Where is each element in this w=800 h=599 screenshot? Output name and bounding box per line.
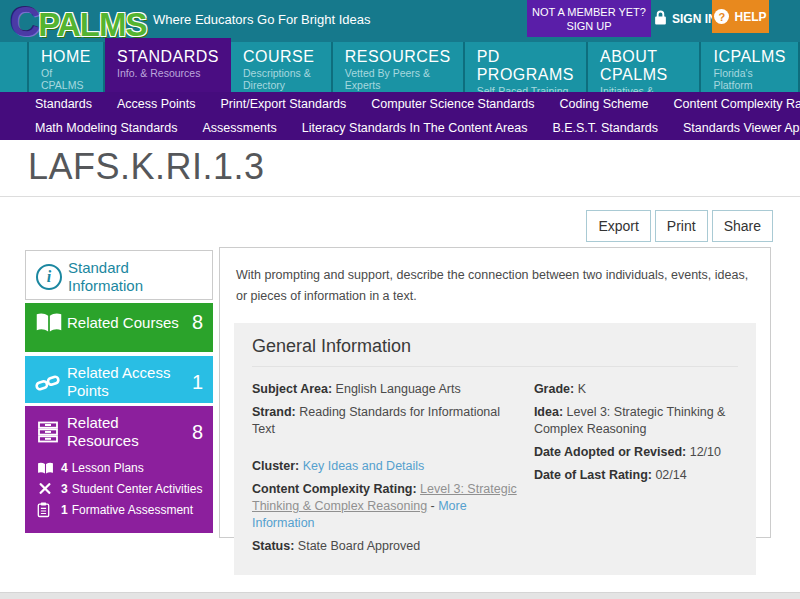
tab-standards-subtitle: Info. & Resources — [117, 67, 219, 79]
related-courses-label: Related Courses — [67, 314, 188, 332]
formative-assessment-count: 1 — [61, 503, 68, 517]
standards-subnav: Standards Access Points Print/Export Sta… — [0, 92, 800, 140]
subnav-standards[interactable]: Standards — [35, 97, 92, 111]
sidebar-item-student-center-activities[interactable]: 3 Student Center Activities — [25, 478, 213, 499]
question-icon: ? — [714, 9, 729, 24]
related-resources-count: 8 — [188, 421, 203, 444]
cpalms-standard-page: Where Educators Go For Bright Ideas NOT … — [0, 0, 800, 599]
cluster-link[interactable]: Key Ideas and Details — [303, 459, 425, 473]
subnav-content-complexity-rating[interactable]: Content Complexity Rating — [674, 97, 800, 111]
standard-description: With prompting and support, describe the… — [220, 248, 770, 317]
status-field: Status: State Board Approved — [252, 538, 524, 555]
grade-label: Grade: — [534, 382, 574, 396]
status-value: State Board Approved — [298, 539, 420, 553]
tab-pd-programs[interactable]: PD PROGRAMS Self-Paced Training — [465, 42, 588, 92]
related-resources-label: Related Resources — [67, 414, 188, 450]
tab-about-title: ABOUT CPALMS — [600, 48, 687, 84]
clipboard-icon — [37, 502, 61, 518]
tab-course[interactable]: COURSE Descriptions & Directory — [231, 42, 333, 92]
subnav-row-1: Standards Access Points Print/Export Sta… — [0, 92, 800, 116]
help-button[interactable]: ? HELP — [712, 0, 769, 33]
subnav-math-modeling-standards[interactable]: Math Modeling Standards — [35, 121, 177, 135]
lesson-plans-count: 4 — [61, 461, 68, 475]
idea-label: Idea: — [534, 405, 563, 419]
content-complexity-label: Content Complexity Rating: — [252, 482, 417, 496]
sign-in-label: SIGN IN — [672, 12, 717, 26]
subnav-computer-science-standards[interactable]: Computer Science Standards — [371, 97, 534, 111]
drawers-icon — [35, 420, 67, 444]
strand-field: Strand: Reading Standards for Informatio… — [252, 404, 524, 438]
tab-course-subtitle: Descriptions & Directory — [243, 67, 319, 91]
tab-course-title: COURSE — [243, 48, 319, 66]
sidebar-item-related-resources[interactable]: Related Resources 8 4 Lesson Plans 3 Stu… — [25, 406, 213, 533]
crossed-pencils-icon — [37, 481, 61, 496]
subnav-access-points[interactable]: Access Points — [117, 97, 196, 111]
help-label: HELP — [734, 10, 766, 24]
content-complexity-separator: - — [427, 499, 438, 513]
cpalms-logo[interactable]: CPALMS — [10, 0, 146, 46]
subject-area-field: Subject Area: English Language Arts — [252, 381, 524, 398]
footer-strip — [0, 592, 800, 599]
sidebar-item-formative-assessment[interactable]: 1 Formative Assessment — [25, 499, 213, 521]
sign-in-button[interactable]: SIGN IN — [654, 10, 717, 28]
tab-icpalms-subtitle: Florida's Platform — [713, 67, 786, 91]
date-adopted-value: 12/10 — [690, 445, 721, 459]
logo-letter-c: C — [10, 0, 38, 45]
related-access-points-count: 1 — [188, 371, 203, 394]
general-info-right-column: Grade: K Idea: Level 3: Strategic Thinki… — [534, 375, 738, 561]
signup-line2: SIGN UP — [527, 19, 651, 33]
sidebar-item-lesson-plans[interactable]: 4 Lesson Plans — [25, 458, 213, 478]
page-title: LAFS.K.RI.1.3 — [28, 146, 265, 188]
tab-home-title: HOME — [41, 48, 91, 66]
site-tagline: Where Educators Go For Bright Ideas — [153, 12, 370, 27]
subnav-print-export-standards[interactable]: Print/Export Standards — [221, 97, 347, 111]
date-last-rating-value: 02/14 — [655, 468, 686, 482]
tab-standards[interactable]: STANDARDS Info. & Resources — [105, 38, 231, 92]
chain-link-icon — [35, 371, 67, 393]
subnav-standards-viewer-app[interactable]: Standards Viewer App — [683, 121, 800, 135]
page-toolbar: ExportPrintShare — [582, 210, 773, 242]
subnav-literacy-standards[interactable]: Literacy Standards In The Content Areas — [302, 121, 528, 135]
subnav-best-standards[interactable]: B.E.S.T. Standards — [552, 121, 658, 135]
cluster-field: Cluster: Key Ideas and Details — [252, 458, 524, 475]
sidebar-item-related-access-points[interactable]: Related Access Points 1 — [25, 356, 213, 403]
grade-value: K — [578, 382, 586, 396]
signup-button[interactable]: NOT A MEMBER YET? SIGN UP — [527, 0, 651, 37]
tab-about-cpalms[interactable]: ABOUT CPALMS Initiatives & Partnerships — [588, 42, 701, 92]
lock-icon — [654, 10, 667, 28]
grade-field: Grade: K — [534, 381, 738, 398]
sidebar-item-standard-information[interactable]: i Standard Information — [25, 250, 213, 300]
signup-line1: NOT A MEMBER YET? — [527, 5, 651, 19]
subnav-coding-scheme[interactable]: Coding Scheme — [560, 97, 649, 111]
logo-palms: PALMS — [38, 6, 146, 43]
print-button[interactable]: Print — [655, 210, 708, 242]
strand-label: Strand: — [252, 405, 296, 419]
header-divider — [0, 196, 800, 197]
tab-icpalms-title: ICPALMS — [713, 48, 786, 66]
lesson-plans-label: Lesson Plans — [72, 461, 144, 475]
export-button[interactable]: Export — [586, 210, 650, 242]
date-last-rating-field: Date of Last Rating: 02/14 — [534, 467, 738, 484]
related-courses-count: 8 — [188, 311, 203, 334]
info-icon: i — [36, 264, 62, 290]
subnav-assessments[interactable]: Assessments — [202, 121, 276, 135]
related-access-points-label: Related Access Points — [67, 364, 188, 400]
share-button[interactable]: Share — [712, 210, 773, 242]
tab-standards-title: STANDARDS — [117, 48, 219, 66]
tab-icpalms[interactable]: ICPALMS Florida's Platform — [701, 42, 800, 92]
date-adopted-field: Date Adopted or Revised: 12/10 — [534, 444, 738, 461]
student-center-activities-count: 3 — [61, 482, 68, 496]
main-navigation: HOME Of CPALMS STANDARDS Info. & Resourc… — [0, 42, 800, 92]
subject-area-label: Subject Area: — [252, 382, 332, 396]
sidebar-item-related-courses[interactable]: Related Courses 8 — [25, 303, 213, 352]
date-adopted-label: Date Adopted or Revised: — [534, 445, 686, 459]
standard-detail-panel: With prompting and support, describe the… — [219, 247, 771, 538]
formative-assessment-label: Formative Assessment — [72, 503, 193, 517]
tab-home-subtitle: Of CPALMS — [41, 67, 91, 91]
general-information-section: General Information Subject Area: Englis… — [234, 323, 756, 575]
content-complexity-field: Content Complexity Rating: Level 3: Stra… — [252, 481, 524, 532]
tab-home[interactable]: HOME Of CPALMS — [27, 42, 105, 92]
tab-resources[interactable]: RESOURCES Vetted By Peers & Experts — [333, 42, 465, 92]
idea-value: Level 3: Strategic Thinking & Complex Re… — [534, 405, 726, 436]
standard-information-label: Standard Information — [68, 259, 202, 295]
